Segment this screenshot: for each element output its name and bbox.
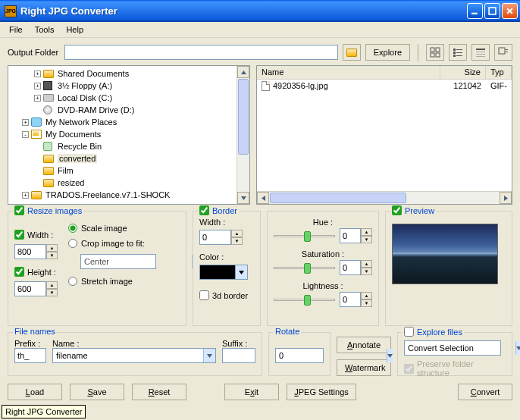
browse-folder-button[interactable] — [343, 44, 361, 61]
hue-up[interactable]: ▲ — [361, 228, 372, 236]
light-slider[interactable] — [274, 293, 335, 306]
scale-radio[interactable] — [68, 224, 77, 233]
crop-align-combo[interactable] — [81, 255, 192, 268]
filenames-title: File names — [13, 327, 57, 336]
view-list-button[interactable] — [449, 44, 467, 61]
resize-images-checkbox[interactable] — [14, 205, 24, 215]
tree-item[interactable]: +TRADOS.Freelance.v7.1-SHOCK — [10, 189, 235, 201]
expand-toggle[interactable]: + — [22, 119, 29, 126]
explore-button[interactable]: Explore — [365, 44, 410, 61]
rotate-dropdown[interactable] — [387, 349, 393, 362]
preview-checkbox[interactable] — [392, 205, 402, 215]
tree-item[interactable]: -My Documents — [10, 128, 235, 140]
sat-up[interactable]: ▲ — [361, 260, 372, 268]
stretch-radio[interactable] — [68, 277, 77, 286]
bw-spin-up[interactable]: ▲ — [231, 230, 243, 237]
save-button[interactable]: Save — [70, 384, 124, 400]
expand-toggle[interactable]: + — [34, 71, 41, 77]
drive-icon — [43, 94, 54, 102]
expand-toggle[interactable]: + — [34, 83, 41, 89]
folder-icon — [43, 179, 54, 187]
menu-tools[interactable]: Tools — [29, 24, 61, 36]
view-large-icons-button[interactable] — [426, 44, 444, 61]
convert-button[interactable]: Convert — [458, 384, 512, 400]
load-button[interactable]: Load — [8, 384, 62, 400]
bw-spin-down[interactable]: ▼ — [231, 237, 243, 245]
light-up[interactable]: ▲ — [361, 292, 372, 299]
scroll-thumb-h[interactable] — [270, 193, 406, 203]
view-details-button[interactable] — [471, 44, 490, 61]
border-color-swatch[interactable] — [199, 265, 236, 280]
light-input[interactable] — [340, 292, 361, 307]
expand-toggle[interactable]: + — [22, 192, 29, 199]
minimize-button[interactable] — [467, 3, 483, 19]
border-color-dropdown[interactable] — [236, 265, 248, 280]
height-spin-up[interactable]: ▲ — [46, 281, 58, 289]
width-spin-down[interactable]: ▼ — [46, 252, 58, 259]
hue-slider[interactable] — [274, 229, 335, 243]
tree-item[interactable]: Recycle Bin — [10, 140, 235, 152]
prefix-input[interactable] — [14, 348, 46, 363]
height-input[interactable] — [14, 281, 46, 296]
tree-item[interactable]: DVD-RAM Drive (D:) — [10, 104, 235, 116]
convert-selection-combo[interactable] — [405, 341, 515, 355]
svg-rect-9 — [456, 52, 462, 53]
output-folder-input[interactable] — [64, 45, 337, 60]
explore-files-checkbox[interactable] — [404, 327, 414, 337]
sat-input[interactable] — [340, 260, 361, 275]
hue-dn[interactable]: ▼ — [361, 236, 372, 243]
exit-button[interactable]: Exit — [224, 384, 279, 400]
tree-item[interactable]: converted — [10, 152, 235, 165]
crop-radio[interactable] — [68, 239, 77, 248]
jpeg-settings-button[interactable]: JPEG Settings — [287, 384, 356, 400]
expand-toggle[interactable]: - — [22, 131, 29, 138]
tree-item[interactable]: +Shared Documents — [10, 67, 235, 80]
maximize-button[interactable] — [484, 3, 500, 19]
scroll-down-arrow[interactable] — [237, 192, 249, 204]
3d-border-checkbox[interactable] — [199, 290, 209, 300]
file-list[interactable]: Name Size Typ 4920356-lg.jpg121042GIF- — [256, 65, 512, 205]
width-checkbox[interactable] — [14, 230, 24, 240]
convert-dropdown[interactable] — [515, 341, 520, 355]
tree-item-label: Shared Documents — [58, 69, 129, 78]
tree-item[interactable]: +My Network Places — [10, 116, 235, 128]
light-dn[interactable]: ▼ — [361, 299, 372, 307]
border-width-input[interactable] — [199, 230, 231, 245]
menu-file[interactable]: File — [3, 24, 29, 36]
tree-item[interactable]: resized — [10, 177, 235, 189]
tree-item-label: My Network Places — [45, 118, 117, 127]
sat-dn[interactable]: ▼ — [361, 268, 372, 275]
sat-label: Saturation : — [274, 249, 372, 259]
col-name[interactable]: Name — [257, 66, 440, 79]
width-spin-up[interactable]: ▲ — [46, 244, 58, 252]
folder-tree[interactable]: +Shared Documents+3½ Floppy (A:)+Local D… — [8, 65, 250, 205]
sat-slider[interactable] — [274, 261, 335, 274]
menu-help[interactable]: Help — [60, 24, 89, 36]
scroll-up-arrow[interactable] — [237, 66, 249, 78]
name-combo[interactable] — [53, 349, 203, 362]
height-checkbox[interactable] — [14, 267, 24, 277]
hue-input[interactable] — [340, 228, 361, 243]
border-checkbox[interactable] — [199, 205, 209, 215]
close-button[interactable] — [502, 3, 518, 19]
scroll-thumb[interactable] — [238, 79, 249, 155]
width-input[interactable] — [14, 244, 46, 259]
view-thumbnails-button[interactable] — [494, 44, 512, 61]
rotate-combo[interactable] — [276, 349, 387, 362]
tree-item[interactable]: +3½ Floppy (A:) — [10, 80, 235, 92]
height-spin-down[interactable]: ▼ — [46, 289, 58, 296]
name-dropdown[interactable] — [203, 349, 215, 362]
suffix-input[interactable] — [222, 348, 255, 363]
col-size[interactable]: Size — [440, 66, 486, 79]
output-folder-row: Output Folder Explore — [0, 38, 520, 65]
tree-item[interactable]: +Local Disk (C:) — [10, 92, 235, 104]
scroll-left-arrow[interactable] — [257, 192, 269, 204]
tree-item[interactable]: Film — [10, 165, 235, 177]
scroll-right-arrow[interactable] — [500, 192, 512, 204]
list-scrollbar-h[interactable] — [257, 191, 512, 204]
reset-button[interactable]: Reset — [132, 384, 186, 400]
col-type[interactable]: Typ — [486, 66, 512, 79]
tree-scrollbar[interactable] — [237, 66, 249, 204]
expand-toggle[interactable]: + — [34, 95, 41, 102]
table-row[interactable]: 4920356-lg.jpg121042GIF- — [257, 80, 512, 92]
